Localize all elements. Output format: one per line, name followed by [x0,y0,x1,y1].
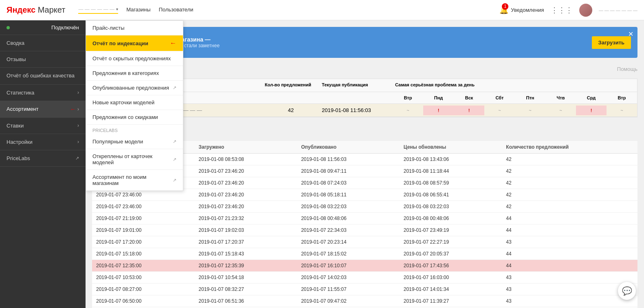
sidebar: Подключён Сводка Отзывы Отчёт об ошибках… [0,20,86,308]
dropdown-label-new-cards: Новые карточки моделей [92,99,154,106]
chrono-cell-prices: 2019-01-08 08:57:59 [400,177,502,189]
day-cell-3: ~ [484,106,515,115]
red-arrow-indexation-icon: ← [170,40,176,47]
dropdown-item-published[interactable]: Опубликованные предложения ↗ [86,81,183,95]
help-link[interactable]: Помощь [617,66,637,72]
chrono-cell-count: 44 [502,260,637,272]
banner-title: Загрузите логотип магазина — [124,36,586,43]
layout: Подключён Сводка Отзывы Отчёт об ошибках… [0,20,644,308]
dropdown-item-unlinked[interactable]: Откреплены от карточек моделей ↗ [86,149,183,170]
chrono-row[interactable]: 2019-01-07 10:53:002019-01-07 10:54:1820… [92,272,637,284]
banner-close-button[interactable]: ✕ [628,30,633,38]
dropdown-label-popular: Популярные модели [92,139,143,145]
day-cell-6: ! [576,106,607,115]
dropdown-item-indexation[interactable]: Отчёт по индексации ← [86,35,183,51]
banner-subtitle: чтобы ваши предложения стали заметнее [124,43,586,48]
chrono-cell-loaded: 2019-01-07 23:46:20 [195,165,297,177]
dropdown-item-categories[interactable]: Предложения в категориях [86,66,183,81]
dropdown-label-pricelists: Прайс-листы [92,25,125,31]
chevron-right-icon: › [77,90,79,95]
notifications-label: Уведомления [511,7,544,13]
chrono-row[interactable]: 2019-01-07 08:27:002019-01-07 08:32:2720… [92,284,637,295]
chrono-cell-loaded: 2019-01-07 12:35:39 [195,260,297,272]
sidebar-connected-status: Подключён [0,20,86,35]
chrono-cell-published: 2019-01-07 14:02:03 [297,272,400,284]
nav-item-shop[interactable]: — — — — — — ▾ [78,7,118,14]
chrono-row[interactable]: 2019-01-07 19:01:002019-01-07 19:02:0320… [92,224,637,236]
dropdown-label-discounts: Предложения со скидками [92,114,158,120]
dropdown-item-new-cards[interactable]: Новые карточки моделей [86,95,183,110]
avatar[interactable] [579,4,592,17]
dropdown-item-hidden[interactable]: Отчёт о скрытых предложениях [86,51,183,66]
notifications-button[interactable]: 🔔 1 Уведомления [499,6,544,15]
dropdown-menu: Прайс-листы Отчёт по индексации ← Отчёт … [86,20,183,191]
chrono-cell-time: 2019-01-07 21:19:00 [92,213,195,224]
chrono-cell-loaded: 2019-01-07 08:32:27 [195,284,297,295]
sidebar-item-svodka[interactable]: Сводка [0,35,86,51]
chrono-row[interactable]: 2019-01-07 17:20:002019-01-07 17:20:3720… [92,236,637,248]
dropdown-item-pricelists[interactable]: Прайс-листы [86,21,183,35]
chrono-cell-loaded: 2019-01-07 23:46:20 [195,201,297,213]
nav-item-stores[interactable]: Магазины [126,7,151,13]
chrono-cell-loaded: 2019-01-07 06:51:36 [195,295,297,307]
day-header-0: Втр [393,92,423,103]
sidebar-item-stats[interactable]: Статистика › [0,85,86,101]
dropdown-item-discounts[interactable]: Предложения со скидками [86,110,183,125]
chrono-cell-time: 2019-01-07 08:27:00 [92,284,195,295]
chrono-cell-prices: 2019-01-08 13:43:06 [400,154,502,165]
banner-upload-button[interactable]: Загрузить [592,36,631,49]
col-header-publication: Текущая публикация [319,79,393,92]
chrono-cell-time: 2019-01-07 10:53:00 [92,272,195,284]
day-header-5: Чтв [545,92,576,103]
chrono-cell-loaded: 2019-01-07 17:20:37 [195,236,297,248]
chrono-cell-prices: 2019-01-07 16:03:00 [400,272,502,284]
chrono-cell-published: 2019-01-08 09:47:11 [297,165,400,177]
chrono-row[interactable]: 2019-01-07 21:19:002019-01-07 21:23:3220… [92,213,637,224]
chrono-cell-prices: 2019-01-07 23:49:19 [400,224,502,236]
grid-icon[interactable]: ⋮⋮⋮ [551,6,573,15]
chrono-th-published: Опубликовано [297,141,400,154]
shop-publication: 2019-01-08 11:56:03 [319,104,393,117]
chrono-cell-time: 2019-01-07 17:20:00 [92,236,195,248]
chrono-cell-count: 43 [502,295,637,307]
sidebar-label-stats: Статистика [7,90,34,96]
shop-count: 42 [262,104,319,117]
chrono-cell-published: 2019-01-08 00:48:06 [297,213,400,224]
sidebar-item-settings[interactable]: Настройки › [0,134,86,150]
chrono-th-prices: Цены обновлены [400,141,502,154]
chrono-row[interactable]: 2019-01-07 06:50:002019-01-07 06:51:3620… [92,295,637,307]
chrono-cell-count: 44 [502,224,637,236]
user-name[interactable]: — — — — — — — [599,8,637,13]
sidebar-label-assortment: Ассортимент [7,106,39,112]
chat-button[interactable]: 💬 [618,282,636,300]
day-header-6: Срд [576,92,607,103]
external-icon-published: ↗ [173,85,176,90]
nav-item-users[interactable]: Пользователи [159,7,193,13]
chrono-cell-published: 2019-01-07 09:47:02 [297,295,400,307]
sidebar-item-rates[interactable]: Ставки › [0,118,86,134]
chrono-cell-count: 43 [502,284,637,295]
sidebar-item-reviews[interactable]: Отзывы [0,51,86,68]
dropdown-item-assortment-shops[interactable]: Ассортимент по моим магазинам ↗ [86,170,183,191]
chrono-cell-published: 2019-01-08 05:18:11 [297,189,400,201]
sidebar-label-svodka: Сводка [7,40,24,46]
chevron-right-icon-rates: › [77,123,79,128]
dropdown-label-assortment-shops: Ассортимент по моим магазинам [92,174,173,186]
chrono-row[interactable]: 2019-01-07 23:46:002019-01-07 23:46:2020… [92,201,637,213]
sidebar-item-assortment[interactable]: Ассортимент ← › [0,101,86,118]
external-icon-unlinked: ↗ [173,157,176,162]
dropdown-label-indexation: Отчёт по индексации [92,40,148,46]
dropdown-item-popular[interactable]: Популярные модели ↗ [86,134,183,149]
day-cell-5: ~ [545,106,576,115]
chrono-cell-time: 2019-01-07 23:46:00 [92,201,195,213]
sidebar-item-quality[interactable]: Отчёт об ошибках качества [0,68,86,85]
day-cell-7: ~ [607,106,637,115]
chrono-row[interactable]: 2019-01-07 15:18:002019-01-07 15:18:4320… [92,248,637,260]
chrono-cell-prices: 2019-01-07 22:27:19 [400,236,502,248]
logo[interactable]: Яндекс Маркет [7,5,65,15]
day-cell-4: ~ [515,106,545,115]
chrono-cell-loaded: 2019-01-08 08:53:08 [195,154,297,165]
chrono-cell-loaded: 2019-01-07 15:18:43 [195,248,297,260]
chrono-row[interactable]: 2019-01-07 12:35:002019-01-07 12:35:3920… [92,260,637,272]
sidebar-item-pricelabs[interactable]: PriceLabs ↗ [0,150,86,167]
